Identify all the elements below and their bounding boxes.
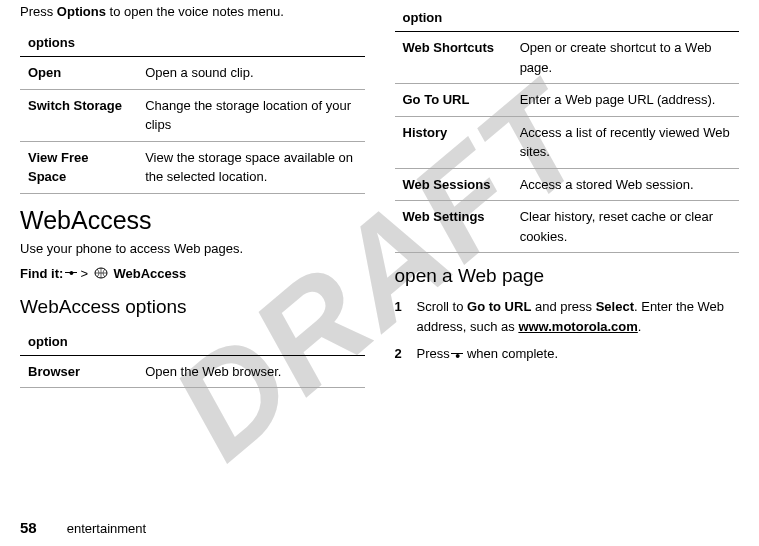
options-table: options Open Open a sound clip. Switch S… [20,29,365,194]
table-row: Web Settings Clear history, reset cache … [395,201,740,253]
s1-b1: Go to URL [467,299,531,314]
nav-key-icon [453,350,463,360]
option-key: History [395,116,512,168]
table-row: Open Open a sound clip. [20,57,365,90]
s1-b2: Select [596,299,634,314]
globe-icon [94,267,108,282]
find-it-line: Find it: > WebAccess [20,266,365,282]
steps-list: 1 Scroll to Go to URL and press Select. … [395,297,740,364]
option-val: Access a stored Web session. [512,168,739,201]
option-val: Enter a Web page URL (address). [512,84,739,117]
option-val: Open the Web browser. [137,355,364,388]
webaccess-sub: Use your phone to access Web pages. [20,241,365,256]
step-1: 1 Scroll to Go to URL and press Select. … [395,297,740,336]
table-row: Go To URL Enter a Web page URL (address)… [395,84,740,117]
intro-post: to open the voice notes menu. [106,4,284,19]
findit-label: Find it: [20,266,63,281]
webaccess-options-heading: WebAccess options [20,296,365,318]
option-table-2-header: option [20,328,365,356]
intro-pre: Press [20,4,57,19]
footer-section: entertainment [67,521,147,536]
step-2: 2 Press when complete. [395,344,740,364]
option-val: View the storage space available on the … [137,141,364,193]
s1-mid: and press [531,299,595,314]
left-column: Press Options to open the voice notes me… [20,4,365,400]
table-row: Web Sessions Access a stored Web session… [395,168,740,201]
table-row: Browser Open the Web browser. [20,355,365,388]
option-val: Clear history, reset cache or clear cook… [512,201,739,253]
findit-target: WebAccess [113,266,186,281]
option-table-right: option Web Shortcuts Open or create shor… [395,4,740,253]
page-number: 58 [20,519,37,536]
page-content: Press Options to open the voice notes me… [0,0,759,410]
table-row: View Free Space View the storage space a… [20,141,365,193]
page-footer: 58entertainment [20,519,146,536]
options-table-header: options [20,29,365,57]
step-number: 1 [395,297,417,336]
option-key: Web Shortcuts [395,32,512,84]
intro-bold: Options [57,4,106,19]
option-key: Web Sessions [395,168,512,201]
option-val: Access a list of recently viewed Web sit… [512,116,739,168]
table-row: Web Shortcuts Open or create shortcut to… [395,32,740,84]
option-key: Browser [20,355,137,388]
option-table-right-header: option [395,4,740,32]
table-row: History Access a list of recently viewed… [395,116,740,168]
step-number: 2 [395,344,417,364]
option-key: Open [20,57,137,90]
open-web-page-heading: open a Web page [395,265,740,287]
option-val: Open or create shortcut to a Web page. [512,32,739,84]
intro-line: Press Options to open the voice notes me… [20,4,365,19]
option-key: Web Settings [395,201,512,253]
s1-post2: . [638,319,642,334]
option-key: Go To URL [395,84,512,117]
option-key: View Free Space [20,141,137,193]
s1-pre: Scroll to [417,299,468,314]
webaccess-heading: WebAccess [20,206,365,235]
right-column: option Web Shortcuts Open or create shor… [395,4,740,400]
findit-gt: > [81,266,89,281]
nav-key-icon [67,269,77,279]
option-val: Open a sound clip. [137,57,364,90]
option-val: Change the storage location of your clip… [137,89,364,141]
table-row: Switch Storage Change the storage locati… [20,89,365,141]
s2-post: when complete. [463,346,558,361]
s2-pre: Press [417,346,454,361]
step-text: Press when complete. [417,344,740,364]
option-table-2: option Browser Open the Web browser. [20,328,365,389]
step-text: Scroll to Go to URL and press Select. En… [417,297,740,336]
option-key: Switch Storage [20,89,137,141]
s1-url: www.motorola.com [518,319,637,334]
